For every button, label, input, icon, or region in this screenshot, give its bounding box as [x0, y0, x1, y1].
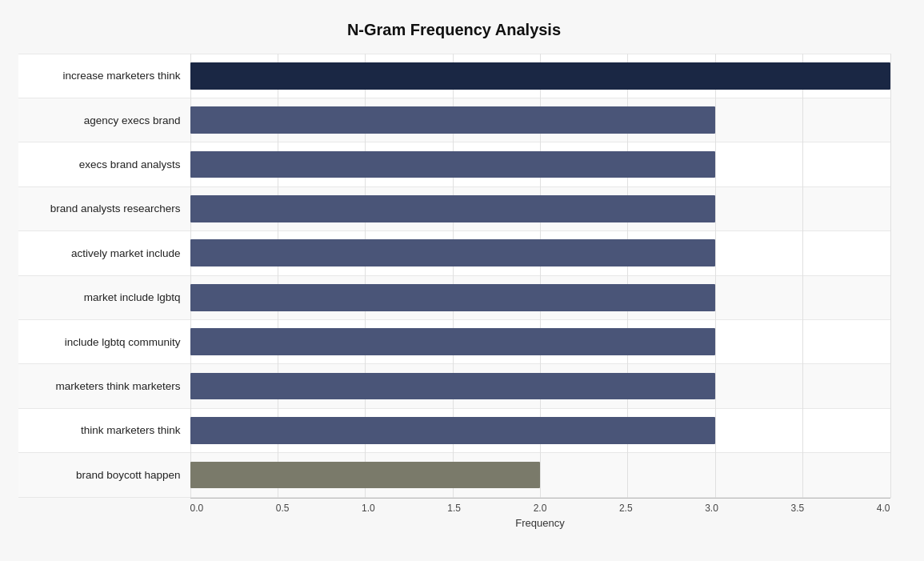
- bar-fill: [190, 151, 715, 178]
- x-tick: 1.5: [447, 503, 461, 514]
- chart-title: N-Gram Frequency Analysis: [18, 21, 890, 39]
- table-row: think marketers think: [18, 409, 890, 453]
- bar-track: [190, 187, 890, 230]
- x-tick: 2.0: [534, 503, 547, 514]
- bar-label: marketers think marketers: [18, 380, 190, 392]
- bar-label: brand analysts researchers: [18, 202, 190, 214]
- bar-track: [190, 409, 890, 452]
- x-tick: 4.0: [877, 503, 890, 514]
- x-ticks-row: 0.00.51.01.52.02.53.03.54.0: [190, 499, 890, 514]
- grid-line: [890, 54, 891, 498]
- bar-track: [190, 54, 890, 98]
- x-axis-section: 0.00.51.01.52.02.53.03.54.0 Frequency: [190, 498, 890, 542]
- table-row: brand analysts researchers: [18, 187, 890, 231]
- bar-fill: [190, 328, 715, 355]
- bar-fill: [190, 417, 715, 444]
- table-row: market include lgbtq: [18, 276, 890, 320]
- x-tick: 1.0: [362, 503, 375, 514]
- x-tick: 0.0: [190, 503, 204, 514]
- chart-container: N-Gram Frequency Analysis increase marke…: [10, 5, 914, 557]
- bar-fill: [190, 284, 715, 311]
- table-row: actively market include: [18, 231, 890, 275]
- bar-label: market include lgbtq: [18, 291, 190, 303]
- bar-label: actively market include: [18, 247, 190, 259]
- x-tick: 2.5: [619, 503, 633, 514]
- bar-track: [190, 364, 890, 407]
- bar-track: [190, 98, 890, 142]
- bar-rows: increase marketers thinkagency execs bra…: [18, 54, 890, 498]
- bar-track: [190, 276, 890, 319]
- bar-fill: [190, 62, 890, 90]
- bar-track: [190, 453, 890, 496]
- table-row: brand boycott happen: [18, 453, 890, 497]
- bar-fill: [190, 373, 715, 400]
- x-tick: 0.5: [276, 503, 290, 514]
- bar-fill: [190, 462, 541, 489]
- chart-inner: increase marketers thinkagency execs bra…: [18, 54, 890, 542]
- bar-label: think marketers think: [18, 424, 190, 436]
- bar-label: brand boycott happen: [18, 469, 190, 481]
- bar-fill: [190, 195, 715, 222]
- table-row: execs brand analysts: [18, 142, 890, 186]
- bar-label: agency execs brand: [18, 114, 190, 126]
- bar-label: include lgbtq community: [18, 336, 190, 348]
- bar-track: [190, 142, 890, 186]
- bar-label: execs brand analysts: [18, 158, 190, 170]
- bar-fill: [190, 106, 715, 134]
- table-row: include lgbtq community: [18, 320, 890, 364]
- table-row: agency execs brand: [18, 98, 890, 142]
- table-row: marketers think marketers: [18, 364, 890, 408]
- bar-fill: [190, 239, 715, 266]
- x-axis-label: Frequency: [190, 514, 890, 529]
- bar-track: [190, 231, 890, 274]
- bars-area: increase marketers thinkagency execs bra…: [18, 54, 890, 498]
- table-row: increase marketers think: [18, 54, 890, 98]
- x-tick: 3.5: [790, 503, 804, 514]
- bar-track: [190, 320, 890, 363]
- x-tick: 3.0: [705, 503, 718, 514]
- bar-label: increase marketers think: [18, 70, 190, 82]
